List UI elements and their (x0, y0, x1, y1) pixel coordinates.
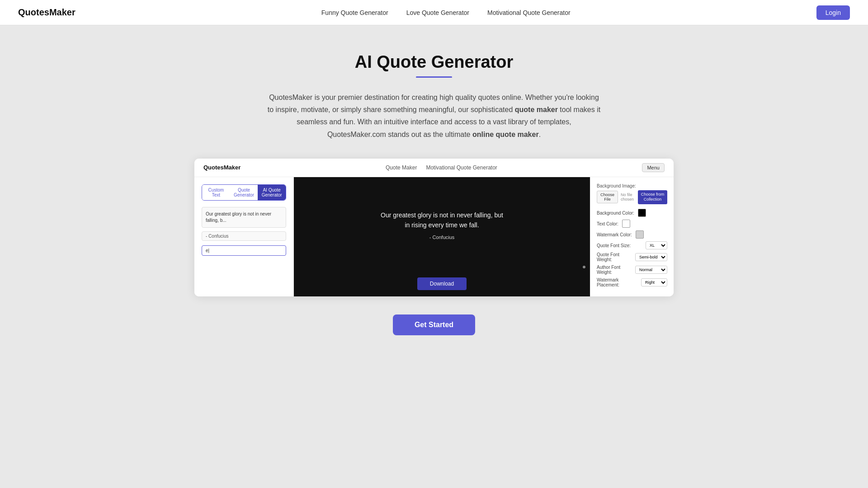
ai-input-field[interactable] (202, 245, 286, 256)
center-column: Our greatest glory is not in never falli… (294, 177, 590, 296)
navbar: QuotesMaker Funny Quote Generator Love Q… (0, 0, 868, 25)
nav-links: Funny Quote Generator Love Quote Generat… (321, 9, 571, 17)
text-color-label: Text Color: (597, 221, 618, 226)
card-body: Custom Text Quote Generator AI Quote Gen… (194, 177, 674, 296)
card-nav-link2[interactable]: Motivational Quote Generator (426, 164, 497, 171)
page-title: AI Quote Generator (194, 52, 674, 72)
bg-color-swatch[interactable] (638, 209, 646, 217)
tab-quote-generator[interactable]: Quote Generator (230, 185, 258, 200)
watermark-color-label: Watermark Color: (597, 232, 632, 237)
right-panel: Background Image: Choose File No file ch… (590, 177, 674, 296)
watermark-placement-select[interactable]: LeftCenterRight (641, 278, 667, 286)
nav-motivational[interactable]: Motivational Quote Generator (487, 9, 571, 16)
title-underline (416, 76, 452, 78)
choose-collection-button[interactable]: Choose from Collection (638, 190, 667, 204)
text-color-row: Text Color: (597, 220, 667, 228)
nav-love[interactable]: Love Quote Generator (406, 9, 469, 16)
left-panel: Custom Text Quote Generator AI Quote Gen… (194, 177, 294, 296)
quote-text-display: Our greatest glory is not in never falli… (202, 207, 286, 228)
watermark-color-row: Watermark Color: (597, 230, 667, 239)
quote-preview-text: Our greatest glory is not in never falli… (379, 210, 505, 230)
card-navbar: QuotesMaker Quote Maker Motivational Quo… (194, 159, 674, 177)
watermark-color-swatch[interactable] (636, 230, 644, 239)
author-display: - Confucius (202, 231, 286, 241)
font-size-select[interactable]: XSSMLXLXXL (646, 241, 667, 249)
desc-text3: . (539, 131, 541, 138)
hero-description: QuotesMaker is your premier destination … (267, 91, 601, 141)
font-size-row: Quote Font Size: XSSMLXLXXL (597, 241, 667, 249)
watermark-placement-label: Watermark Placement: (597, 277, 641, 287)
watermark-dot (583, 266, 585, 268)
bg-image-label: Background Image: (597, 183, 667, 188)
bg-color-row: Background Color: (597, 209, 667, 217)
card-nav-links: Quote Maker Motivational Quote Generator (386, 164, 497, 171)
card-nav-logo: QuotesMaker (203, 164, 241, 171)
quote-author-preview: - Confucius (429, 235, 455, 240)
tab-row: Custom Text Quote Generator AI Quote Gen… (202, 184, 286, 201)
tab-custom-text[interactable]: Custom Text (202, 185, 230, 200)
get-started-section: Get Started (194, 296, 674, 362)
font-weight-row: Quote Font Weight: NormalSemi-boldBold (597, 252, 667, 262)
desc-bold1: quote maker (515, 106, 558, 113)
desc-bold2: online quote maker (472, 131, 539, 138)
nav-funny[interactable]: Funny Quote Generator (321, 9, 388, 16)
watermark-placement-row: Watermark Placement: LeftCenterRight (597, 277, 667, 287)
login-button[interactable]: Login (816, 5, 850, 20)
get-started-button[interactable]: Get Started (393, 314, 475, 335)
main-content: AI Quote Generator QuotesMaker is your p… (185, 25, 683, 380)
author-weight-select[interactable]: NormalSemi-boldBold (635, 266, 667, 274)
bg-image-row: Choose File No file chosen Choose from C… (597, 190, 667, 204)
tab-ai-quote-generator[interactable]: AI Quote Generator (258, 185, 286, 200)
author-weight-row: Author Font Weight: NormalSemi-boldBold (597, 265, 667, 275)
font-size-label: Quote Font Size: (597, 243, 631, 248)
text-color-swatch[interactable] (622, 220, 630, 228)
card-menu-button[interactable]: Menu (642, 163, 665, 172)
font-weight-select[interactable]: NormalSemi-boldBold (635, 253, 667, 261)
font-weight-label: Quote Font Weight: (597, 252, 635, 262)
download-button[interactable]: Download (417, 277, 467, 290)
bg-image-section: Background Image: Choose File No file ch… (597, 183, 667, 204)
preview-card: QuotesMaker Quote Maker Motivational Quo… (194, 159, 674, 296)
card-nav-link1[interactable]: Quote Maker (386, 164, 417, 171)
quote-preview-panel: Our greatest glory is not in never falli… (294, 177, 590, 273)
author-weight-label: Author Font Weight: (597, 265, 635, 275)
no-file-text: No file chosen (621, 192, 635, 202)
bg-color-label: Background Color: (597, 211, 634, 216)
choose-file-button[interactable]: Choose File (597, 191, 618, 203)
nav-logo[interactable]: QuotesMaker (18, 7, 75, 18)
download-btn-row: Download (294, 273, 590, 296)
